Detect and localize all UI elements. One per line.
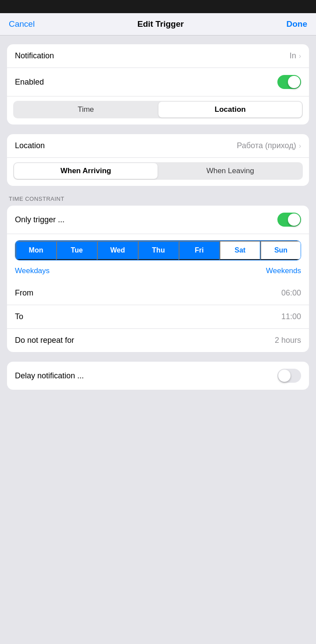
do-not-repeat-label: Do not repeat for — [15, 336, 74, 345]
arrival-segment: When Arriving When Leaving — [13, 162, 303, 180]
day-btn-thu[interactable]: Thu — [138, 241, 179, 260]
location-label: Location — [15, 141, 45, 150]
day-btn-tue[interactable]: Tue — [56, 241, 97, 260]
arrival-segment-row: When Arriving When Leaving — [7, 158, 309, 186]
toggle-knob — [278, 370, 291, 382]
do-not-repeat-value: 2 hours — [275, 336, 301, 345]
day-btn-sat[interactable]: Sat — [219, 241, 260, 260]
day-btn-sun[interactable]: Sun — [260, 241, 301, 260]
location-card: Location Работа (приход) › When Arriving… — [7, 134, 309, 186]
notification-row[interactable]: Notification In › — [7, 44, 309, 68]
delay-label: Delay notification ... — [15, 371, 84, 381]
trigger-type-segment: Time Location — [13, 101, 303, 118]
only-trigger-label: Only trigger ... — [15, 215, 65, 224]
enabled-toggle[interactable] — [277, 75, 301, 89]
delay-toggle[interactable] — [277, 369, 301, 383]
when-arriving-btn[interactable]: When Arriving — [14, 163, 158, 179]
notification-card: Notification In › Enabled Time Location — [7, 44, 309, 125]
to-value: 11:00 — [281, 312, 301, 321]
time-constraint-section: TIME CONSTRAINT Only trigger ... MonTueW… — [7, 196, 309, 352]
weekdays-link[interactable]: Weekdays — [15, 267, 50, 275]
notification-value: In › — [290, 51, 301, 60]
only-trigger-row: Only trigger ... — [7, 206, 309, 234]
day-btn-wed[interactable]: Wed — [97, 241, 138, 260]
enabled-label: Enabled — [15, 78, 44, 87]
toggle-knob — [288, 213, 300, 226]
location-segment-btn[interactable]: Location — [158, 102, 302, 117]
nav-bar: Cancel Edit Trigger Done — [0, 13, 316, 36]
from-label: From — [15, 288, 33, 298]
chevron-icon: › — [299, 52, 301, 60]
day-buttons: MonTueWedThuFriSatSun — [15, 240, 301, 260]
from-value: 06:00 — [281, 288, 301, 298]
location-value: Работа (приход) › — [237, 141, 301, 150]
chevron-icon: › — [299, 142, 301, 150]
done-button[interactable]: Done — [286, 19, 307, 29]
time-constraint-header: TIME CONSTRAINT — [7, 196, 309, 206]
when-leaving-btn[interactable]: When Leaving — [158, 163, 302, 179]
location-row[interactable]: Location Работа (приход) › — [7, 134, 309, 158]
trigger-type-segment-row: Time Location — [7, 96, 309, 125]
only-trigger-toggle[interactable] — [277, 213, 301, 227]
weekday-row: Weekdays Weekends — [7, 262, 309, 281]
day-selector-row: MonTueWedThuFriSatSun — [7, 234, 309, 262]
page-title: Edit Trigger — [137, 19, 184, 29]
status-bar — [0, 0, 316, 13]
enabled-row: Enabled — [7, 68, 309, 96]
day-btn-mon[interactable]: Mon — [15, 241, 56, 260]
from-row[interactable]: From 06:00 — [7, 281, 309, 305]
time-segment-btn[interactable]: Time — [14, 102, 158, 117]
notification-label: Notification — [15, 51, 54, 60]
do-not-repeat-row[interactable]: Do not repeat for 2 hours — [7, 329, 309, 352]
main-content: Notification In › Enabled Time Location … — [0, 36, 316, 398]
toggle-knob — [288, 76, 300, 88]
delay-card: Delay notification ... — [7, 362, 309, 390]
cancel-button[interactable]: Cancel — [9, 19, 35, 29]
to-row[interactable]: To 11:00 — [7, 305, 309, 329]
time-constraint-card: Only trigger ... MonTueWedThuFriSatSun W… — [7, 206, 309, 352]
to-label: To — [15, 312, 23, 321]
weekends-link[interactable]: Weekends — [266, 267, 301, 275]
day-btn-fri[interactable]: Fri — [179, 241, 219, 260]
